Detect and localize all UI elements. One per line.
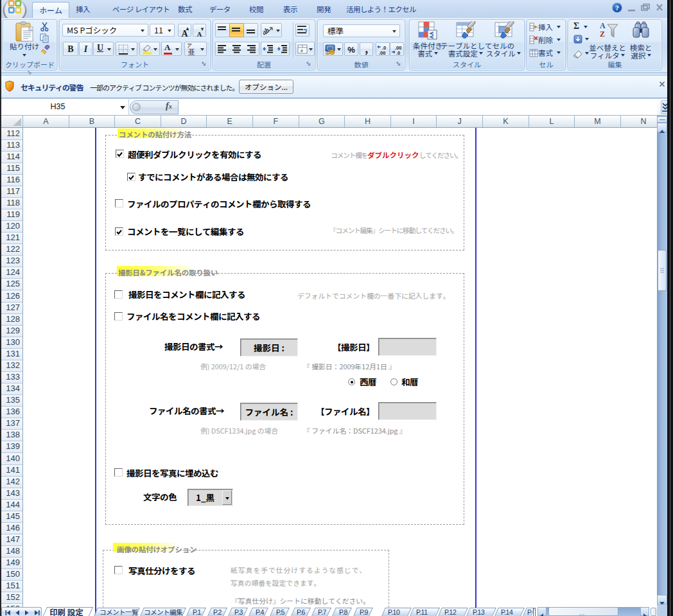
svg-text:A: A	[600, 21, 606, 30]
svg-text:.0: .0	[396, 50, 400, 56]
svg-text:a: a	[301, 48, 303, 53]
svg-text:Z: Z	[600, 30, 605, 39]
svg-text:.00: .00	[379, 50, 385, 56]
svg-text:?: ?	[615, 4, 619, 12]
